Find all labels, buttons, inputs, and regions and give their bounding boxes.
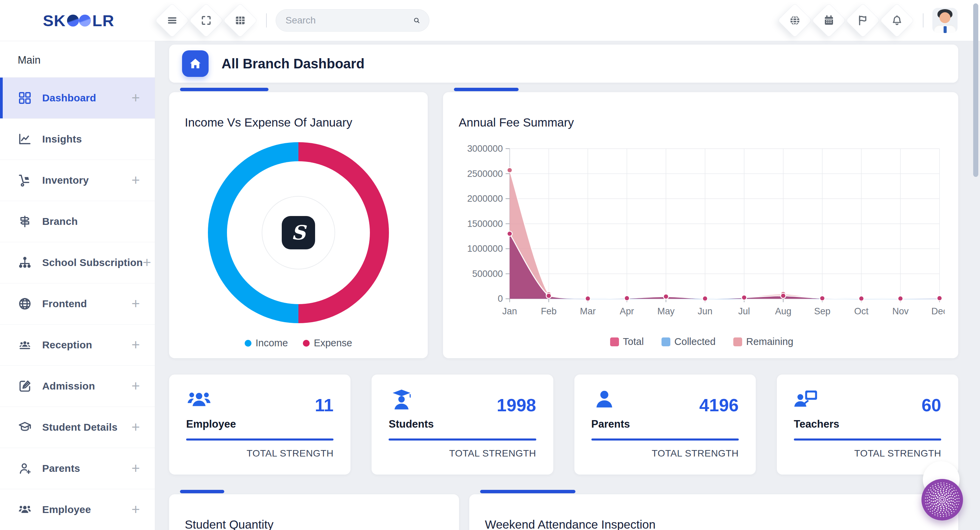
stat-card-employee[interactable]: 11 Employee TOTAL STRENGTH: [169, 374, 350, 474]
stat-value: 1998: [497, 395, 536, 415]
legend-item-expense[interactable]: Expense: [303, 338, 352, 349]
hamburger-icon: [166, 14, 178, 27]
annual-fee-chart[interactable]: 0500000100000015000002000000250000030000…: [459, 139, 945, 343]
home-button[interactable]: [182, 50, 208, 77]
stat-card-students[interactable]: 1998 Students TOTAL STRENGTH: [372, 374, 553, 474]
frontend-icon: [18, 297, 32, 311]
support-widget-button[interactable]: [921, 479, 963, 520]
sidebar-item-branch[interactable]: Branch: [0, 201, 155, 242]
legend-item-remaining[interactable]: Remaining: [733, 336, 794, 348]
report-flag-button[interactable]: [846, 3, 880, 38]
legend-item-income[interactable]: Income: [245, 338, 288, 349]
sidebar-item-label: Insights: [42, 133, 82, 145]
legend-item-collected[interactable]: Collected: [662, 336, 716, 348]
sidebar-item-label: Student Details: [42, 422, 118, 433]
sidebar-item-parents[interactable]: Parents +: [0, 447, 155, 489]
annual-fee-summary-card: Annual Fee Summary 050000010000001500000…: [443, 92, 958, 358]
sidebar-item-employee[interactable]: Employee +: [0, 489, 155, 530]
legend-swatch: [662, 338, 670, 346]
logo-text-lr: LR: [92, 11, 115, 30]
sidebar-item-label: Parents: [42, 463, 80, 474]
donut-legend: IncomeExpense: [185, 338, 412, 349]
fullscreen-button[interactable]: [189, 3, 224, 38]
sidebar-item-label: Employee: [42, 504, 91, 516]
students-icon: [388, 387, 414, 414]
page-header-card: All Branch Dashboard: [169, 44, 958, 83]
sidebar-item-school-subscription[interactable]: School Subscription +: [0, 242, 155, 283]
card-accent-bar: [480, 490, 576, 493]
scrollbar-thumb[interactable]: [973, 3, 978, 177]
sidebar-item-dashboard[interactable]: Dashboard +: [0, 77, 155, 118]
home-icon: [188, 56, 203, 71]
user-avatar[interactable]: [932, 8, 958, 33]
expand-plus-icon[interactable]: +: [131, 461, 140, 476]
card-accent-bar: [454, 88, 519, 91]
search-bar[interactable]: [275, 9, 430, 32]
weekend-attendance-title: Weekend Attendance Inspection: [485, 518, 943, 530]
fullscreen-icon: [200, 14, 212, 27]
search-input[interactable]: [285, 14, 409, 26]
search-icon[interactable]: [413, 14, 420, 26]
legend-item-total[interactable]: Total: [610, 336, 644, 348]
inventory-icon: [18, 173, 32, 187]
svg-text:Sep: Sep: [814, 306, 830, 316]
svg-text:Aug: Aug: [775, 306, 791, 316]
apps-grid-button[interactable]: [223, 3, 258, 38]
sidebar-item-inventory[interactable]: Inventory +: [0, 160, 155, 201]
calendar-button[interactable]: [811, 3, 846, 38]
teacher-icon: [794, 387, 820, 414]
expand-plus-icon[interactable]: +: [131, 379, 140, 393]
svg-text:Feb: Feb: [541, 306, 556, 316]
svg-text:Mar: Mar: [580, 306, 595, 316]
stat-card-teachers[interactable]: 60 Teachers TOTAL STRENGTH: [777, 374, 958, 474]
parents-icon: [18, 461, 32, 476]
sidebar-item-reception[interactable]: Reception +: [0, 324, 155, 365]
sidebar-item-label: Dashboard: [42, 92, 96, 104]
skoolr-s-logo: S: [282, 216, 315, 249]
legend-dot: [303, 340, 310, 347]
legend-label: Collected: [675, 336, 716, 348]
support-widget-circle[interactable]: [921, 479, 963, 520]
expand-plus-icon[interactable]: +: [143, 255, 151, 270]
bottom-charts-row: Student Quantity Weekend Attendance Insp…: [169, 494, 958, 530]
logo-text-sk: SK: [43, 11, 66, 30]
svg-text:Dec: Dec: [931, 306, 945, 316]
sidebar-item-label: Branch: [42, 216, 78, 227]
stat-value: 11: [315, 395, 334, 415]
student-quantity-card: Student Quantity: [169, 494, 459, 530]
svg-text:0: 0: [498, 294, 503, 304]
sidebar-item-frontend[interactable]: Frontend +: [0, 283, 155, 324]
stat-strength-label: TOTAL STRENGTH: [388, 448, 536, 459]
svg-text:Apr: Apr: [620, 306, 634, 316]
expand-plus-icon[interactable]: +: [131, 91, 140, 105]
menu-toggle-button[interactable]: [155, 3, 189, 38]
main-content: All Branch Dashboard Income Vs Expense O…: [155, 41, 980, 530]
legend-swatch: [610, 338, 619, 346]
income-expense-donut-chart[interactable]: S: [208, 142, 389, 323]
expand-plus-icon[interactable]: +: [131, 503, 140, 517]
expand-plus-icon[interactable]: +: [131, 338, 140, 352]
stats-row: 11 Employee TOTAL STRENGTH 1998 Students…: [169, 374, 958, 474]
skoolr-logo[interactable]: SK LR: [0, 11, 155, 30]
sidebar-item-label: Admission: [42, 380, 95, 392]
sidebar-item-insights[interactable]: Insights: [0, 118, 155, 160]
expand-plus-icon[interactable]: +: [131, 297, 140, 311]
notifications-button[interactable]: [880, 3, 914, 38]
reception-icon: [18, 338, 32, 352]
sidebar: Main Dashboard + Insights Inventory + Br…: [0, 41, 155, 530]
stat-card-parents[interactable]: 4196 Parents TOTAL STRENGTH: [574, 374, 756, 474]
stat-label: Teachers: [794, 418, 941, 430]
globe-icon: [789, 14, 801, 27]
language-button[interactable]: [778, 3, 812, 38]
card-accent-bar: [180, 490, 224, 493]
employee-icon: [18, 503, 32, 517]
school-subscription-icon: [18, 255, 32, 270]
sidebar-item-admission[interactable]: Admission +: [0, 365, 155, 406]
radial-dots-icon: [923, 480, 962, 519]
expand-plus-icon[interactable]: +: [131, 420, 140, 435]
svg-text:May: May: [657, 306, 675, 316]
sidebar-item-student-details[interactable]: Student Details +: [0, 406, 155, 447]
navbar-right-actions: [778, 8, 980, 33]
expand-plus-icon[interactable]: +: [131, 173, 140, 187]
employees-icon: [186, 387, 212, 414]
